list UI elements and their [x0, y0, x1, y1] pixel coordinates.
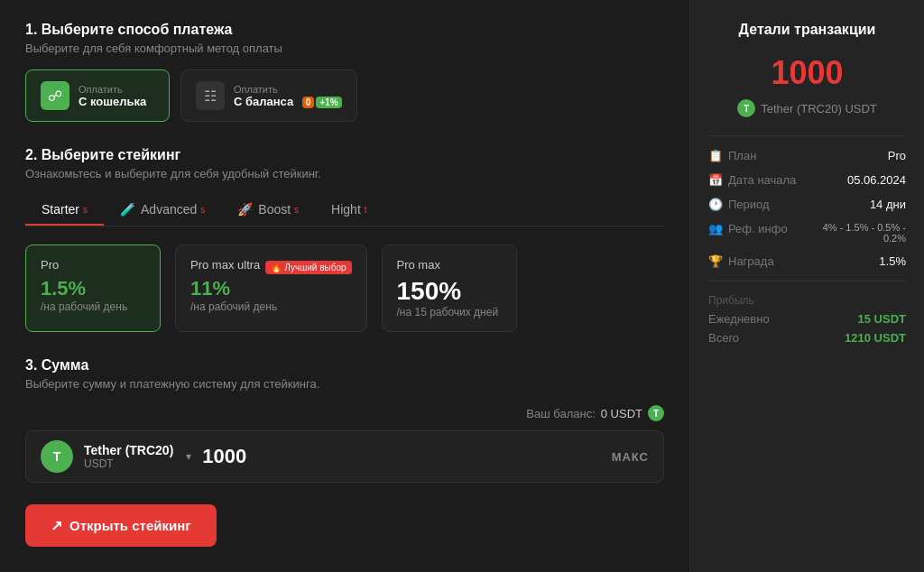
detail-row-reward: 🏆 Награда 1.5% — [708, 254, 906, 268]
detail-row-date: 📅 Дата начала 05.06.2024 — [708, 173, 906, 187]
detail-period-value: 14 дни — [870, 198, 906, 211]
profit-total-value: 1210 USDT — [845, 331, 906, 345]
max-button[interactable]: МАКС — [612, 450, 649, 464]
tab-hight[interactable]: Hightt — [315, 195, 383, 226]
amount-input[interactable] — [202, 445, 600, 468]
plan-pro[interactable]: Pro 1.5% /на рабочий день — [25, 244, 161, 332]
detail-plan-value: Pro — [888, 149, 906, 162]
divider-1 — [708, 135, 906, 136]
ref-icon: 👥 — [708, 222, 723, 235]
staking-tabs: Starters 🧪 Advanceds 🚀 Boosts Hightt — [25, 195, 664, 226]
wallet-icon: ☍ — [41, 81, 69, 110]
period-icon: 🕐 — [708, 198, 723, 211]
detail-row-ref: 👥 Реф. инфо 4% - 1.5% - 0.5% - 0.2% — [708, 222, 906, 244]
detail-row-period: 🕐 Период 14 дни — [708, 198, 906, 211]
divider-2 — [708, 281, 906, 281]
tab-boost[interactable]: 🚀 Boosts — [221, 195, 315, 226]
profit-section-label: Прибыль — [708, 294, 906, 307]
right-amount: 1000 — [708, 54, 906, 92]
right-currency-label: Tether (TRC20) USDT — [761, 102, 877, 115]
currency-sub: USDT — [84, 457, 173, 470]
detail-row-plan: 📋 План Pro — [708, 149, 906, 162]
step2-section: 2. Выберите стейкинг Ознакомьтесь и выбе… — [25, 147, 664, 180]
payment-wallet[interactable]: ☍ Оплатить С кошелька — [25, 69, 170, 122]
tab-starter[interactable]: Starters — [25, 195, 104, 226]
step3-subtitle: Выберите сумму и платежную систему для с… — [25, 377, 664, 391]
balance-badge: 0+1% — [302, 97, 342, 108]
currency-input-row: T Tether (TRC20) USDT ▾ МАКС — [25, 430, 664, 483]
staking-plans: Pro 1.5% /на рабочий день Pro max ultra … — [25, 244, 664, 332]
step3-section: 3. Сумма Выберите сумму и платежную сист… — [25, 357, 664, 391]
currency-name: Tether (TRC20) — [84, 443, 173, 457]
open-staking-icon: ↗ — [51, 517, 62, 534]
reward-icon: 🏆 — [708, 254, 723, 268]
plan-pro-max-ultra[interactable]: Pro max ultra 🔥 Лучший выбор 11% /на раб… — [175, 244, 367, 332]
balance-icon: ☷ — [196, 81, 225, 110]
balance-label-top: Оплатить — [234, 84, 342, 95]
wallet-label-top: Оплатить — [79, 84, 146, 95]
right-tether-icon: T — [737, 99, 755, 117]
detail-date-value: 05.06.2024 — [847, 173, 906, 187]
payment-balance[interactable]: ☷ Оплатить С баланса 0+1% — [180, 69, 357, 122]
step2-title: 2. Выберите стейкинг — [25, 147, 664, 163]
tab-advanced[interactable]: 🧪 Advanceds — [104, 195, 221, 226]
detail-ref-value: 4% - 1.5% - 0.5% - 0.2% — [816, 222, 906, 244]
payment-methods: ☍ Оплатить С кошелька ☷ Оплатить С балан… — [25, 69, 664, 122]
open-staking-button[interactable]: ↗ Открыть стейкинг — [25, 504, 217, 547]
profit-total-label: Всего — [708, 331, 739, 345]
tether-icon: T — [41, 440, 73, 473]
date-icon: 📅 — [708, 173, 723, 187]
balance-row: Ваш баланс: 0 USDT T — [25, 405, 664, 421]
currency-chevron-icon[interactable]: ▾ — [186, 450, 191, 463]
plan-pro-max[interactable]: Pro max 150% /на 15 рабочих дней — [382, 244, 517, 332]
plan-icon: 📋 — [708, 149, 723, 162]
step2-subtitle: Ознакомьтесь и выберите для себя удобный… — [25, 167, 664, 180]
balance-label-bottom: С баланса 0+1% — [234, 95, 342, 108]
balance-label: Ваш баланс: — [526, 407, 595, 420]
wallet-label-bottom: С кошелька — [79, 95, 146, 108]
profit-daily-label: Ежедневно — [708, 312, 770, 326]
step1-subtitle: Выберите для себя комфортный метод оплат… — [25, 42, 664, 55]
tether-small-icon: T — [648, 405, 664, 421]
balance-value: 0 USDT — [601, 407, 642, 420]
transaction-details-panel: Детали транзакции 1000 T Tether (TRC20) … — [689, 0, 924, 572]
profit-total-row: Всего 1210 USDT — [708, 331, 906, 345]
step1-section: 1. Выберите способ платежа Выберите для … — [25, 22, 664, 55]
step3-title: 3. Сумма — [25, 357, 664, 374]
profit-daily-value: 15 USDT — [858, 312, 906, 326]
profit-daily-row: Ежедневно 15 USDT — [708, 312, 906, 326]
step1-title: 1. Выберите способ платежа — [25, 22, 664, 38]
detail-reward-value: 1.5% — [879, 254, 906, 268]
right-panel-title: Детали транзакции — [708, 22, 906, 38]
